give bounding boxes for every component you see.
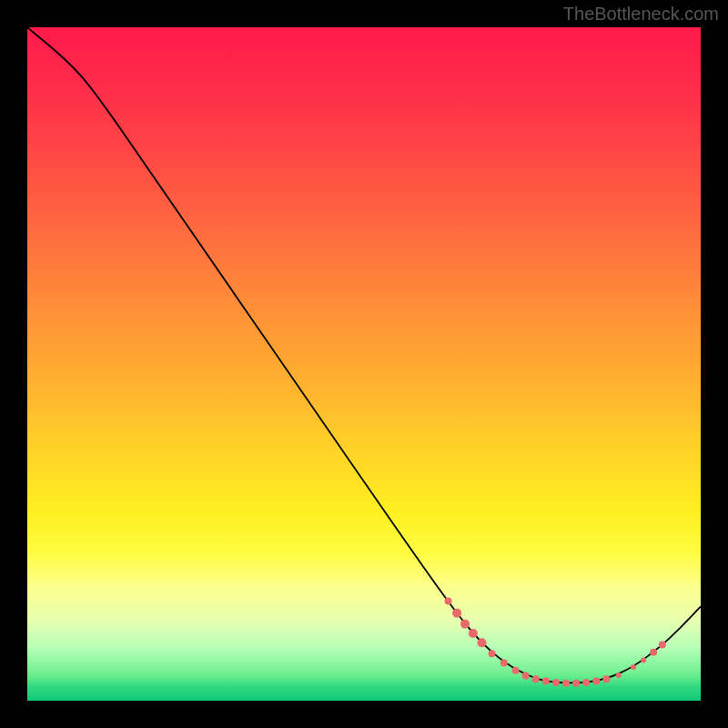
data-dot — [469, 629, 478, 638]
data-dot — [582, 679, 590, 686]
data-dot — [512, 667, 520, 674]
data-dot — [532, 675, 540, 682]
data-dot — [631, 664, 636, 670]
data-dot — [478, 638, 487, 647]
data-dot — [522, 672, 530, 680]
data-dot — [602, 675, 610, 682]
data-dot — [572, 680, 580, 687]
data-dot — [460, 620, 470, 629]
data-dots-group — [445, 597, 666, 686]
data-dot — [592, 678, 600, 685]
data-dot — [542, 678, 550, 685]
data-dot — [452, 609, 461, 618]
chart-plot-area — [27, 27, 701, 701]
data-dot — [562, 680, 570, 687]
data-dot — [552, 679, 560, 686]
data-dot — [650, 649, 657, 656]
watermark-text: TheBottleneck.com — [563, 4, 719, 25]
data-dot — [445, 597, 452, 604]
data-dot — [489, 650, 496, 657]
data-dot — [500, 660, 508, 667]
bottleneck-curve — [27, 27, 701, 682]
data-dot — [641, 658, 646, 663]
chart-svg — [27, 27, 701, 701]
data-dot — [616, 672, 622, 678]
data-dot — [659, 642, 666, 649]
